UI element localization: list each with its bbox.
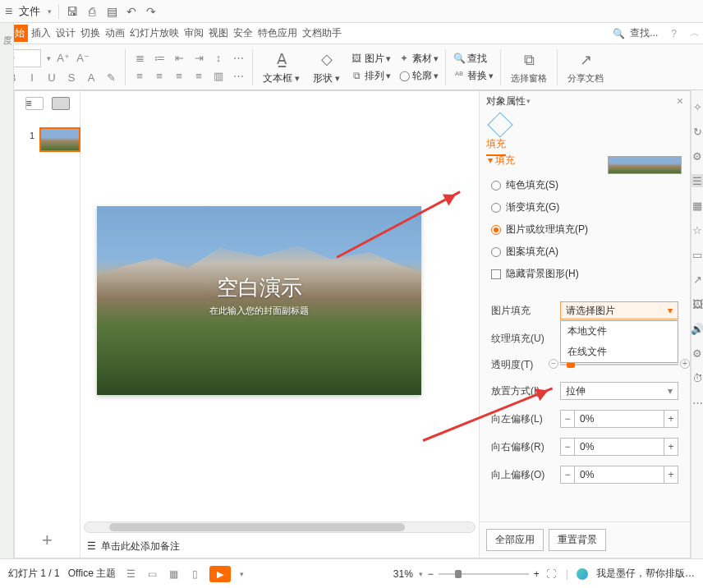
online-file-option[interactable]: 在线文件 <box>561 342 678 362</box>
local-file-option[interactable]: 本地文件 <box>561 321 678 342</box>
bullets-icon[interactable]: ≣ <box>132 51 147 66</box>
tab-design[interactable]: 设计 <box>54 25 77 42</box>
side-icon-9[interactable]: 🖼 <box>691 297 703 310</box>
indent-dec-icon[interactable]: ⇤ <box>172 51 186 66</box>
normal-view-icon[interactable]: ▭ <box>145 567 159 581</box>
tab-special[interactable]: 特色应用 <box>256 25 299 42</box>
side-icon-7[interactable]: ▭ <box>691 248 703 261</box>
fill-preview[interactable] <box>608 156 682 174</box>
justify-icon[interactable]: ≡ <box>191 69 206 84</box>
slide[interactable]: 空白演示 在此输入您的封面副标题 <box>97 206 421 395</box>
align-right-icon[interactable]: ≡ <box>172 69 186 84</box>
side-icon-1[interactable]: ✧ <box>691 100 703 113</box>
grow-font-icon[interactable]: A⁺ <box>56 51 71 66</box>
menu-icon[interactable]: ≡ <box>5 4 12 19</box>
slide-thumbnail-1[interactable] <box>39 127 80 152</box>
columns-icon[interactable]: ▥ <box>211 69 226 84</box>
collapse-ribbon-icon[interactable]: ︿ <box>688 25 701 42</box>
zoom-control[interactable]: 31%▾ −+ ⛶ <box>393 567 558 581</box>
outline-button[interactable]: ◯轮廓 ▾ <box>397 69 439 83</box>
pattern-fill-option[interactable]: 图案填充(A) <box>488 241 682 263</box>
find-button[interactable]: 🔍查找 <box>453 52 494 66</box>
line-spacing-icon[interactable]: ↕ <box>211 51 226 66</box>
picture-fill-option[interactable]: 图片或纹理填充(P) <box>488 218 682 241</box>
indent-inc-icon[interactable]: ⇥ <box>191 51 206 66</box>
tab-animation[interactable]: 动画 <box>103 25 126 42</box>
shape-button[interactable]: ◇形状 ▾ <box>310 47 343 87</box>
plus-icon[interactable]: + <box>680 359 690 369</box>
offset-top-spinner[interactable]: −0%+ <box>560 466 678 484</box>
search-box[interactable]: 🔍查找... <box>611 25 659 42</box>
avatar[interactable] <box>577 568 588 580</box>
side-icon-6[interactable]: ☆ <box>691 223 703 237</box>
fit-icon[interactable]: ⛶ <box>544 567 558 581</box>
user-hint[interactable]: 我是墨仔，帮你排版… <box>596 567 695 581</box>
tab-security[interactable]: 安全 <box>232 25 255 42</box>
reading-view-icon[interactable]: ▯ <box>188 567 201 581</box>
shrink-font-icon[interactable]: A⁻ <box>76 51 90 66</box>
undo-icon[interactable]: ↶ <box>125 5 138 18</box>
tab-slideshow[interactable]: 幻灯片放映 <box>128 25 181 42</box>
fill-category-icon[interactable] <box>487 112 512 137</box>
file-menu[interactable]: 文件 <box>19 4 40 19</box>
highlight-icon[interactable]: ✎ <box>103 71 118 85</box>
textbox-button[interactable]: A̲文本框 ▾ <box>260 47 303 87</box>
side-icon-8[interactable]: ↗ <box>691 273 703 286</box>
side-icon-3[interactable]: ⚙ <box>691 149 703 163</box>
tab-view[interactable]: 视图 <box>207 25 230 42</box>
gradient-fill-option[interactable]: 渐变填充(G) <box>488 196 682 218</box>
apply-all-button[interactable]: 全部应用 <box>486 529 544 551</box>
sorter-view-icon[interactable]: ▦ <box>167 567 180 581</box>
side-icon-11[interactable]: ⚙ <box>691 347 703 360</box>
add-slide-button[interactable]: + <box>15 530 80 551</box>
image-button[interactable]: 🖼图片 ▾ <box>350 52 391 66</box>
transparency-label: 透明度(T) <box>491 358 555 372</box>
side-properties-icon[interactable]: ☰ <box>691 174 703 187</box>
side-icon-2[interactable]: ↻ <box>691 125 703 138</box>
slideshow-button[interactable]: ▶ <box>209 566 231 582</box>
redo-icon[interactable]: ↷ <box>145 5 158 18</box>
side-icon-12[interactable]: ⏱ <box>691 371 703 384</box>
help-icon[interactable]: ? <box>669 26 678 41</box>
tab-insert[interactable]: 插入 <box>30 25 53 42</box>
slide-title[interactable]: 空白演示 <box>97 273 421 302</box>
offset-right-spinner[interactable]: −0%+ <box>560 438 678 456</box>
picture-select[interactable]: 请选择图片▾ 本地文件 在线文件 <box>560 301 678 319</box>
strike-icon[interactable]: S <box>64 71 79 85</box>
horizontal-scrollbar[interactable] <box>84 521 476 533</box>
arrange-button[interactable]: ⧉排列 ▾ <box>350 69 391 83</box>
outline-view-toggle[interactable]: ≡ <box>25 97 44 110</box>
thumb-view-toggle[interactable] <box>52 97 70 110</box>
close-panel-icon[interactable]: × <box>677 94 683 108</box>
share-button[interactable]: ↗分享文档 <box>564 48 607 86</box>
side-icon-5[interactable]: ▦ <box>691 199 703 212</box>
side-icon-13[interactable]: ⋯ <box>691 396 703 409</box>
placement-select[interactable]: 拉伸▾ <box>560 382 678 400</box>
tab-assistant[interactable]: 文档助手 <box>301 25 343 42</box>
reset-bg-button[interactable]: 重置背景 <box>549 529 606 551</box>
notes-bar[interactable]: ☰单击此处添加备注 <box>84 536 476 556</box>
hide-bg-option[interactable]: 隐藏背景图形(H) <box>488 263 682 285</box>
font-color-icon[interactable]: A <box>84 71 99 85</box>
select-pane-button[interactable]: ⧉选择窗格 <box>508 48 550 86</box>
preview-icon[interactable]: ▤ <box>105 5 118 18</box>
minus-icon[interactable]: − <box>549 359 558 369</box>
underline-icon[interactable]: U <box>44 71 59 85</box>
side-icon-10[interactable]: 🔊 <box>691 322 703 335</box>
assets-button[interactable]: ✦素材 ▾ <box>397 52 439 66</box>
align-center-icon[interactable]: ≡ <box>152 69 167 84</box>
picture-select-dropdown: 本地文件 在线文件 <box>560 320 678 363</box>
align-left-icon[interactable]: ≡ <box>132 69 147 84</box>
tab-review[interactable]: 审阅 <box>182 25 205 42</box>
replace-button[interactable]: ᴬᴮ替换 ▾ <box>453 69 494 83</box>
offset-left-spinner[interactable]: −0%+ <box>560 410 678 428</box>
slide-canvas[interactable]: 空白演示 在此输入您的封面副标题 ☰单击此处添加备注 <box>80 91 479 558</box>
italic-icon[interactable]: I <box>25 71 39 85</box>
notes-view-icon[interactable]: ☰ <box>124 567 137 581</box>
numbering-icon[interactable]: ≔ <box>152 51 167 66</box>
print-icon[interactable]: ⎙ <box>85 5 99 18</box>
solid-fill-option[interactable]: 纯色填充(S) <box>488 174 682 196</box>
save-icon[interactable]: 🖫 <box>66 5 79 18</box>
tab-transition[interactable]: 切换 <box>79 25 102 42</box>
slide-subtitle[interactable]: 在此输入您的封面副标题 <box>97 305 421 317</box>
